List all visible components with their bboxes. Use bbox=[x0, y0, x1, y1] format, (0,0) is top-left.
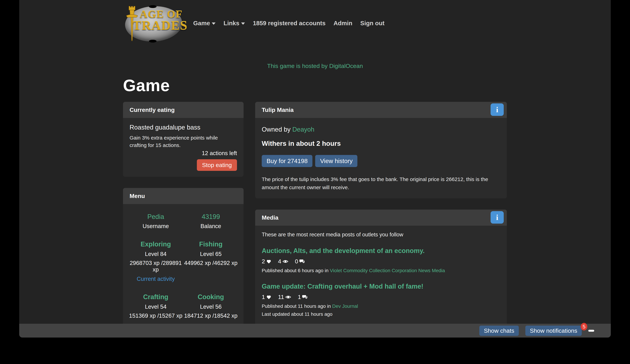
skill-link[interactable]: Fishing bbox=[199, 241, 222, 248]
nav-item-sign-out[interactable]: Sign out bbox=[360, 20, 384, 27]
skill-level: Level 65 bbox=[183, 251, 238, 257]
menu-panel: Menu Pedia Username 43199 Balance bbox=[123, 188, 244, 338]
views-stat: 4 bbox=[278, 258, 288, 265]
logo-wordmark: AGE OF TRADES bbox=[134, 9, 188, 32]
outlet-link[interactable]: Dev Journal bbox=[332, 304, 358, 309]
skill-link[interactable]: Cooking bbox=[198, 293, 224, 301]
eye-icon bbox=[282, 259, 288, 264]
withers-line: Withers in about 2 hours bbox=[262, 140, 500, 147]
skill-level: Level 84 bbox=[128, 251, 183, 257]
profile-grid: Pedia Username 43199 Balance bbox=[128, 213, 238, 229]
nav-item-admin-label: Admin bbox=[334, 20, 352, 27]
username-label: Username bbox=[128, 223, 183, 229]
nav-item-registered-accounts-label: 1859 registered accounts bbox=[253, 20, 326, 27]
view-history-button[interactable]: View history bbox=[315, 155, 358, 167]
comments-icon bbox=[300, 259, 304, 264]
buy-button[interactable]: Buy for 274198 bbox=[262, 155, 312, 167]
menu-header: Menu bbox=[123, 188, 244, 204]
comments-stat: 1 bbox=[298, 294, 308, 300]
post-published-line: Published about 11 hours ago in Dev Jour… bbox=[262, 304, 500, 309]
heart-icon bbox=[266, 259, 272, 264]
skill-link[interactable]: Exploring bbox=[141, 241, 171, 248]
skill-level: Level 56 bbox=[183, 304, 238, 310]
owned-by-prefix: Owned by bbox=[262, 126, 292, 133]
heart-icon bbox=[266, 295, 272, 300]
nav-item-game[interactable]: Game bbox=[193, 20, 216, 27]
currently-eating-panel: Currently eating Roasted guadalupe bass … bbox=[123, 102, 244, 177]
app-window: AGE OF TRADES Game Links 1859 registered… bbox=[19, 0, 611, 338]
minimize-icon[interactable] bbox=[588, 330, 594, 332]
nav-item-sign-out-label: Sign out bbox=[360, 20, 384, 27]
skill-xp: 2968703 xp /289891 xp bbox=[128, 260, 183, 273]
skill-cell: Cooking Level 56 184712 xp /18542 xp bbox=[183, 293, 238, 319]
navbar: AGE OF TRADES Game Links 1859 registered… bbox=[123, 0, 507, 42]
show-notifications-button[interactable]: Show notifications bbox=[525, 326, 582, 336]
food-name: Roasted guadalupe bass bbox=[130, 124, 237, 131]
media-post: Game update: Crafting overhaul + Mod hal… bbox=[262, 283, 500, 317]
info-icon[interactable]: i bbox=[490, 103, 504, 116]
post-stats: 2 4 0 bbox=[262, 258, 500, 265]
tulip-mania-panel: Tulip Mania i Owned by Deayoh Withers in… bbox=[255, 102, 507, 198]
comments-stat: 0 bbox=[295, 258, 304, 265]
stop-eating-button[interactable]: Stop eating bbox=[197, 159, 237, 171]
balance-label: Balance bbox=[183, 223, 238, 229]
notification-count-badge: 5 bbox=[581, 323, 587, 331]
fee-note: The price of the tulip includes 3% fee t… bbox=[262, 175, 500, 191]
post-title-link[interactable]: Auctions, Alts, and the development of a… bbox=[262, 247, 425, 255]
current-activity-link[interactable]: Current activity bbox=[128, 276, 183, 282]
logo-notch-bottom bbox=[149, 40, 156, 42]
skill-xp: 184712 xp /18542 xp bbox=[183, 313, 238, 319]
food-description: Gain 3% extra experience points while cr… bbox=[130, 134, 227, 149]
chevron-down-icon bbox=[241, 22, 245, 25]
skill-cell: Crafting Level 54 151369 xp /15267 xp bbox=[128, 293, 183, 319]
balance-link[interactable]: 43199 bbox=[202, 213, 220, 220]
username-cell: Pedia Username bbox=[128, 213, 183, 229]
eye-icon bbox=[285, 295, 291, 300]
owned-by-line: Owned by Deayoh bbox=[262, 126, 500, 133]
show-chats-button[interactable]: Show chats bbox=[479, 326, 519, 336]
actions-left-counter: 12 actions left bbox=[130, 150, 237, 156]
comments-icon bbox=[302, 295, 308, 300]
age-of-trades-logo[interactable]: AGE OF TRADES bbox=[123, 6, 183, 42]
media-panel: Media i These are the most recent media … bbox=[255, 210, 507, 338]
page-title: Game bbox=[123, 76, 507, 95]
nav-item-game-label: Game bbox=[193, 20, 210, 27]
views-stat: 11 bbox=[278, 294, 291, 300]
nav-item-links[interactable]: Links bbox=[224, 20, 245, 27]
skill-link[interactable]: Crafting bbox=[143, 293, 168, 301]
post-title-link[interactable]: Game update: Crafting overhaul + Mod hal… bbox=[262, 283, 423, 290]
skill-xp: 449962 xp /46292 xp bbox=[183, 260, 238, 266]
post-published-line: Published about 6 hours ago in Violet Co… bbox=[262, 268, 500, 273]
skills-grid: Exploring Level 84 2968703 xp /289891 xp… bbox=[128, 241, 238, 338]
skill-cell: Exploring Level 84 2968703 xp /289891 xp… bbox=[128, 241, 183, 282]
nav-item-links-label: Links bbox=[224, 20, 239, 27]
post-stats: 1 11 1 bbox=[262, 294, 500, 300]
nav-links: Game Links 1859 registered accounts Admi… bbox=[193, 20, 384, 27]
outlet-link[interactable]: Violet Commodity Collection Corporation … bbox=[330, 268, 445, 273]
chevron-down-icon bbox=[212, 22, 216, 25]
post-updated-line: Last updated about 11 hours ago bbox=[262, 312, 500, 317]
tulip-mania-title: Tulip Mania bbox=[262, 106, 294, 113]
nav-item-registered-accounts[interactable]: 1859 registered accounts bbox=[253, 20, 326, 27]
hosted-notice: This game is hosted by DigitalOcean bbox=[123, 63, 507, 69]
info-icon[interactable]: i bbox=[490, 211, 504, 224]
currently-eating-header: Currently eating bbox=[123, 102, 244, 118]
balance-cell: 43199 Balance bbox=[183, 213, 238, 229]
nav-item-admin[interactable]: Admin bbox=[334, 20, 352, 27]
media-title: Media bbox=[262, 214, 278, 221]
username-link[interactable]: Pedia bbox=[148, 213, 164, 220]
media-intro: These are the most recent media posts of… bbox=[262, 232, 500, 238]
skill-level: Level 54 bbox=[128, 304, 183, 310]
skill-cell: Fishing Level 65 449962 xp /46292 xp bbox=[183, 241, 238, 282]
footer-bar: Show chats Show notifications 5 bbox=[19, 324, 611, 338]
skill-xp: 151369 xp /15267 xp bbox=[128, 313, 183, 319]
media-post: Auctions, Alts, and the development of a… bbox=[262, 247, 500, 273]
logo-notch-top bbox=[149, 5, 156, 8]
likes-stat: 2 bbox=[262, 258, 272, 265]
likes-stat: 1 bbox=[262, 294, 272, 300]
owner-link[interactable]: Deayoh bbox=[292, 126, 314, 133]
